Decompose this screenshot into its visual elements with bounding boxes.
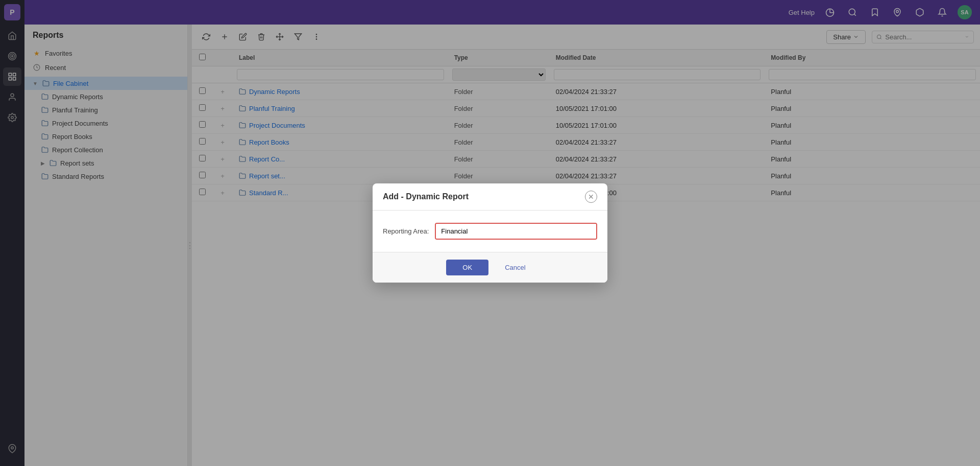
reporting-area-label: Reporting Area: (383, 227, 429, 235)
reporting-area-row: Reporting Area: Financial Workforce Capi… (383, 223, 597, 240)
reporting-area-select[interactable]: Financial Workforce Capital (436, 224, 596, 239)
modal-overlay: Add - Dynamic Report ✕ Reporting Area: F… (0, 0, 980, 466)
dialog-title: Add - Dynamic Report (383, 192, 469, 201)
dialog-close-button[interactable]: ✕ (585, 191, 597, 203)
ok-button[interactable]: OK (446, 260, 488, 275)
reporting-area-select-wrap: Financial Workforce Capital (435, 223, 597, 240)
dialog-body: Reporting Area: Financial Workforce Capi… (373, 211, 607, 252)
dialog-footer: OK Cancel (373, 252, 607, 283)
cancel-button[interactable]: Cancel (497, 260, 533, 275)
dialog-header: Add - Dynamic Report ✕ (373, 183, 607, 211)
add-dynamic-report-dialog: Add - Dynamic Report ✕ Reporting Area: F… (373, 183, 607, 283)
